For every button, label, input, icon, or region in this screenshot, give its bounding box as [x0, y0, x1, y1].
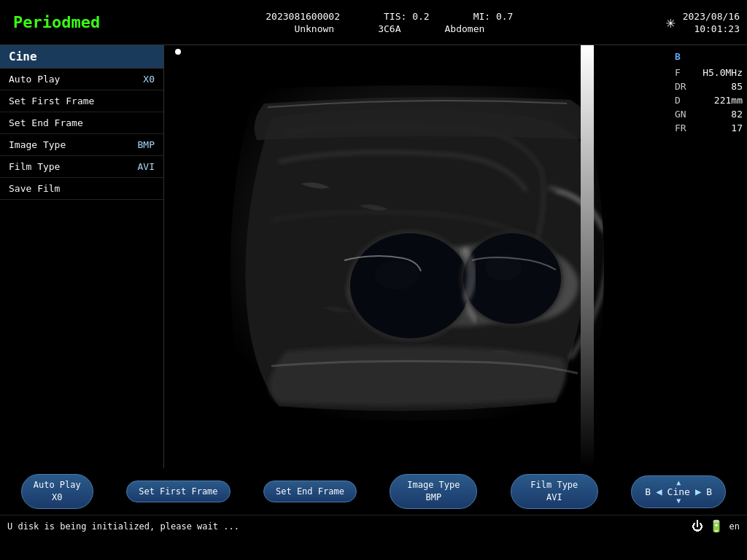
battery-icon: 🔋: [709, 519, 724, 533]
param-label-gn: GN: [675, 109, 686, 120]
language-label: en: [729, 521, 740, 532]
param-value-dr: 85: [731, 81, 743, 92]
btn-auto-play[interactable]: Auto Play X0: [21, 474, 93, 509]
param-row-dr: DR 85: [675, 80, 743, 93]
btn-auto-play-line2: X0: [52, 491, 62, 504]
cine-label: Cine: [667, 486, 690, 497]
cine-nav-down-arrow[interactable]: ▼: [676, 497, 681, 505]
btn-image-type-line2: BMP: [426, 491, 442, 504]
btn-film-type-line2: AVI: [546, 491, 562, 504]
grayscale-bar: [581, 45, 594, 468]
svg-point-2: [375, 260, 419, 289]
param-row-d: D 221mm: [675, 94, 743, 106]
btn-auto-play-line1: Auto Play: [34, 479, 81, 491]
header: Periodmed 2023081600002 TIS: 0.2 MI: 0.7…: [0, 0, 747, 45]
ultrasound-image: [213, 74, 622, 424]
menu-item-label: Auto Play: [9, 74, 60, 85]
param-value-fr: 17: [731, 122, 743, 133]
patient-name: Unknown: [294, 23, 334, 34]
param-label-d: D: [675, 95, 681, 106]
btn-image-type[interactable]: Image Type BMP: [390, 474, 477, 509]
btn-set-end-line1: Set End Frame: [276, 486, 344, 498]
menu-item-film-type[interactable]: Film Type AVI: [0, 156, 163, 178]
menu-item-value: BMP: [138, 139, 155, 150]
menu-item-label: Save Film: [9, 183, 60, 194]
param-label-f: F: [675, 67, 681, 78]
cine-nav-updown[interactable]: ▲: [676, 479, 681, 486]
header-right: 2023/08/16 10:01:23: [683, 11, 740, 34]
menu-item-set-first-frame[interactable]: Set First Frame: [0, 90, 163, 112]
menu-item-set-end-frame[interactable]: Set End Frame: [0, 112, 163, 134]
cine-nav-left-arrow[interactable]: ◀: [654, 486, 664, 497]
status-bar: U disk is being initialized, please wait…: [0, 515, 747, 537]
param-label-fr: FR: [675, 122, 686, 133]
mi-value: MI: 0.7: [473, 11, 514, 22]
btn-set-end-frame[interactable]: Set End Frame: [263, 481, 357, 503]
menu-item-value: AVI: [138, 161, 155, 172]
tis-value: TIS: 0.2: [384, 11, 430, 22]
image-area: [164, 45, 670, 468]
param-label-dr: DR: [675, 81, 686, 92]
snowflake-icon: ✳: [665, 13, 675, 31]
menu-item-value: X0: [143, 74, 155, 85]
menu-item-label: Set End Frame: [9, 117, 83, 128]
menu-item-label: Set First Frame: [9, 96, 94, 106]
param-value-gn: 82: [731, 109, 743, 120]
menu-item-auto-play[interactable]: Auto Play X0: [0, 69, 163, 90]
mode-b-label: B: [675, 51, 743, 62]
btn-film-type[interactable]: Film Type AVI: [511, 474, 598, 509]
header-center: 2023081600002 TIS: 0.2 MI: 0.7 Unknown 3…: [120, 11, 658, 34]
sidebar-menu: Cine Auto Play X0 Set First Frame Set En…: [0, 45, 164, 468]
btn-film-type-line1: Film Type: [530, 479, 578, 491]
logo-text: Periodmed: [13, 13, 100, 31]
menu-title: Cine: [0, 45, 163, 69]
cine-nav-left-b[interactable]: B: [645, 486, 651, 497]
status-message: U disk is being initialized, please wait…: [7, 521, 239, 532]
cine-nav-right-arrow[interactable]: ▶: [693, 486, 703, 497]
right-panel: B F H5.0MHz DR 85 D 221mm GN 82 FR 17: [670, 45, 747, 468]
param-row-fr: FR 17: [675, 122, 743, 134]
btn-image-type-line1: Image Type: [407, 479, 460, 491]
btn-set-first-line1: Set First Frame: [139, 486, 217, 498]
menu-item-image-type[interactable]: Image Type BMP: [0, 134, 163, 156]
param-row-gn: GN 82: [675, 108, 743, 120]
btn-set-first-frame[interactable]: Set First Frame: [126, 481, 230, 503]
menu-item-label: Film Type: [9, 161, 60, 172]
param-row-f: F H5.0MHz: [675, 66, 743, 79]
main-area: Cine Auto Play X0 Set First Frame Set En…: [0, 45, 747, 468]
time-display: 10:01:23: [694, 23, 740, 34]
param-value-f: H5.0MHz: [703, 67, 743, 78]
mode-label: Abdomen: [445, 23, 485, 34]
cine-nav-up-arrow[interactable]: ▲: [676, 479, 681, 486]
menu-item-save-film[interactable]: Save Film: [0, 178, 163, 200]
cine-nav-downdown[interactable]: ▼: [676, 497, 681, 505]
cine-nav-group[interactable]: B ◀ ▲ Cine ▼ ▶ B: [631, 475, 726, 508]
patient-id: 2023081600002: [266, 11, 340, 22]
app-logo: Periodmed: [7, 10, 106, 34]
bottom-controls: Auto Play X0 Set First Frame Set End Fra…: [0, 468, 747, 515]
cine-nav-right-b[interactable]: B: [706, 486, 712, 497]
date-display: 2023/08/16: [683, 11, 740, 22]
usb-icon: ⏻: [692, 519, 703, 533]
param-value-d: 221mm: [714, 95, 743, 106]
menu-item-label: Image Type: [9, 139, 66, 150]
dot-indicator: [175, 49, 181, 55]
probe-label: 3C6A: [378, 23, 400, 34]
status-right: ⏻ 🔋 en: [692, 519, 740, 533]
